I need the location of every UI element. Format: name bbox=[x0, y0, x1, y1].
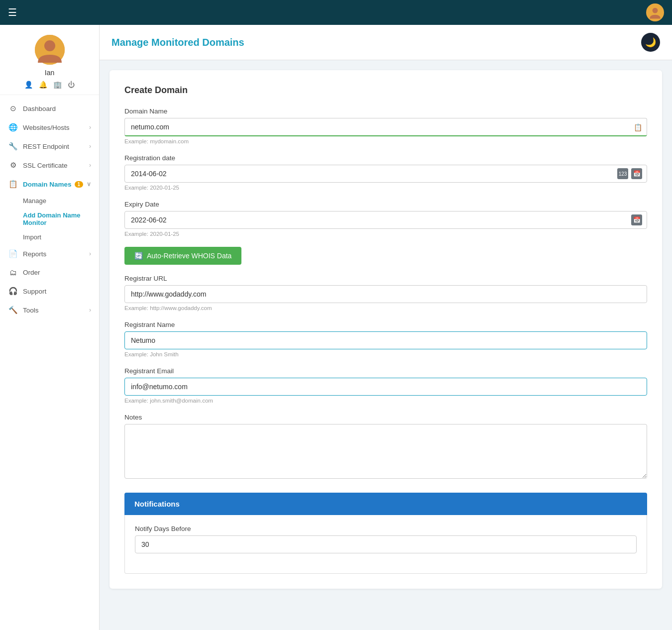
sidebar-item-label: Websites/Hosts bbox=[23, 124, 70, 131]
main-nav: ⊙ Dashboard 🌐 Websites/Hosts › 🔧 REST En… bbox=[0, 95, 99, 323]
sidebar-item-label: Tools bbox=[23, 307, 39, 314]
domain-sub-nav: Manage Add Domain Name Monitor Import bbox=[0, 194, 99, 244]
create-domain-form: Create Domain Domain Name 📋 Example: myd… bbox=[110, 70, 662, 589]
form-title: Create Domain bbox=[124, 85, 647, 96]
sidebar-item-label: SSL Certificate bbox=[23, 162, 68, 169]
expiry-date-hint: Example: 2020-01-25 bbox=[124, 231, 647, 237]
sidebar-item-support[interactable]: 🎧 Support bbox=[0, 282, 99, 301]
expiry-date-input[interactable] bbox=[124, 211, 647, 229]
sidebar-item-label: Order bbox=[23, 269, 40, 276]
sidebar-item-label: Reports bbox=[23, 250, 46, 258]
sidebar-item-label: Dashboard bbox=[23, 105, 56, 112]
svg-point-1 bbox=[653, 8, 658, 13]
notes-label: Notes bbox=[124, 414, 647, 421]
profile-user-icon[interactable]: 👤 bbox=[24, 81, 33, 89]
profile-name: Ian bbox=[45, 69, 54, 77]
registrar-url-label: Registrar URL bbox=[124, 275, 647, 282]
content-area: Manage Monitored Domains 🌙 Create Domain… bbox=[100, 25, 672, 630]
dashboard-icon: ⊙ bbox=[8, 104, 18, 113]
expiry-calendar-icon[interactable]: 📅 bbox=[631, 214, 642, 225]
domain-name-input-wrapper: 📋 bbox=[124, 118, 647, 136]
dark-mode-button[interactable]: 🌙 bbox=[641, 33, 660, 52]
auto-retrieve-group: 🔄 Auto-Retrieve WHOIS Data bbox=[124, 247, 647, 265]
sub-nav-manage[interactable]: Manage bbox=[23, 194, 99, 208]
support-icon: 🎧 bbox=[8, 287, 18, 296]
registration-date-group: Registration date 123 📅 Example: 2020-01… bbox=[124, 154, 647, 191]
domain-name-group: Domain Name 📋 Example: mydomain.com bbox=[124, 107, 647, 144]
expiry-date-group: Expiry Date 📅 Example: 2020-01-25 bbox=[124, 201, 647, 237]
auto-retrieve-button[interactable]: 🔄 Auto-Retrieve WHOIS Data bbox=[124, 247, 241, 265]
chevron-icon: › bbox=[89, 162, 91, 169]
registrant-email-hint: Example: john.smith@domain.com bbox=[124, 398, 647, 404]
expiry-date-label: Expiry Date bbox=[124, 201, 647, 208]
expiry-date-input-wrapper: 📅 bbox=[124, 211, 647, 229]
registrar-url-input[interactable] bbox=[124, 285, 647, 303]
notifications-section: Notifications Notify Days Before bbox=[124, 493, 647, 574]
notify-days-label: Notify Days Before bbox=[135, 525, 637, 532]
chevron-icon: › bbox=[89, 143, 91, 150]
domain-name-label: Domain Name bbox=[124, 107, 647, 115]
chevron-icon: › bbox=[89, 250, 91, 257]
registration-text-icon[interactable]: 123 bbox=[617, 168, 628, 179]
registrant-name-label: Registrant Name bbox=[124, 321, 647, 328]
sidebar-item-reports[interactable]: 📄 Reports › bbox=[0, 244, 99, 263]
chevron-icon: › bbox=[89, 124, 91, 131]
registrant-email-label: Registrant Email bbox=[124, 367, 647, 375]
notes-group: Notes bbox=[124, 414, 647, 481]
sidebar-item-order[interactable]: 🗂 Order bbox=[0, 263, 99, 282]
svg-point-3 bbox=[44, 40, 55, 51]
registrar-url-group: Registrar URL Example: http://www.godadd… bbox=[124, 275, 647, 311]
registrant-email-input[interactable] bbox=[124, 378, 647, 396]
domain-copy-icon: 📋 bbox=[634, 123, 642, 131]
registrar-url-hint: Example: http://www.godaddy.com bbox=[124, 305, 647, 311]
hamburger-menu[interactable]: ☰ bbox=[8, 6, 17, 18]
sidebar-profile: Ian 👤 🔔 🏢 ⏻ bbox=[0, 25, 99, 95]
registrant-name-input[interactable] bbox=[124, 331, 647, 349]
profile-org-icon[interactable]: 🏢 bbox=[53, 81, 62, 89]
sidebar-item-label: REST Endpoint bbox=[23, 143, 69, 150]
profile-avatar bbox=[35, 35, 65, 65]
top-header: ☰ bbox=[0, 0, 672, 25]
registration-date-input-wrapper: 123 📅 bbox=[124, 165, 647, 183]
sidebar-item-tools[interactable]: 🔨 Tools › bbox=[0, 301, 99, 319]
chevron-icon: › bbox=[89, 307, 91, 314]
chevron-icon: ∨ bbox=[87, 181, 91, 188]
ssl-icon: ⚙ bbox=[8, 161, 18, 170]
header-user-avatar[interactable] bbox=[646, 3, 664, 21]
page-title: Manage Monitored Domains bbox=[112, 37, 244, 48]
order-icon: 🗂 bbox=[8, 268, 18, 277]
notify-days-input[interactable] bbox=[135, 535, 637, 553]
sidebar-item-dashboard[interactable]: ⊙ Dashboard bbox=[0, 99, 99, 118]
registrant-name-group: Registrant Name Example: John Smith bbox=[124, 321, 647, 357]
profile-actions: 👤 🔔 🏢 ⏻ bbox=[24, 81, 75, 89]
tools-icon: 🔨 bbox=[8, 306, 18, 315]
sidebar: Ian 👤 🔔 🏢 ⏻ ⊙ Dashboard 🌐 Websites/Hosts… bbox=[0, 25, 100, 630]
registration-calendar-icon[interactable]: 📅 bbox=[631, 168, 642, 179]
registrant-email-group: Registrant Email Example: john.smith@dom… bbox=[124, 367, 647, 404]
profile-bell-icon[interactable]: 🔔 bbox=[39, 81, 47, 89]
domain-badge: 1 bbox=[75, 181, 84, 188]
auto-retrieve-label: Auto-Retrieve WHOIS Data bbox=[147, 252, 231, 260]
sidebar-item-label: Support bbox=[23, 288, 46, 295]
reports-icon: 📄 bbox=[8, 249, 18, 258]
rest-icon: 🔧 bbox=[8, 142, 18, 151]
websites-icon: 🌐 bbox=[8, 123, 18, 132]
sidebar-item-rest-endpoint[interactable]: 🔧 REST Endpoint › bbox=[0, 137, 99, 156]
registration-date-hint: Example: 2020-01-25 bbox=[124, 185, 647, 191]
sidebar-item-ssl-certificate[interactable]: ⚙ SSL Certificate › bbox=[0, 156, 99, 175]
profile-power-icon[interactable]: ⏻ bbox=[68, 81, 75, 89]
registration-date-input[interactable] bbox=[124, 165, 647, 183]
notify-days-group: Notify Days Before bbox=[135, 525, 637, 553]
notes-textarea[interactable] bbox=[124, 424, 647, 479]
registration-date-label: Registration date bbox=[124, 154, 647, 162]
sub-nav-add-domain[interactable]: Add Domain Name Monitor bbox=[23, 208, 99, 230]
sub-nav-import[interactable]: Import bbox=[23, 230, 99, 244]
registrant-name-hint: Example: John Smith bbox=[124, 351, 647, 357]
sidebar-item-domain-names[interactable]: 📋 Domain Names 1 ∨ bbox=[0, 175, 99, 194]
sidebar-item-websites-hosts[interactable]: 🌐 Websites/Hosts › bbox=[0, 118, 99, 137]
content-header: Manage Monitored Domains 🌙 bbox=[100, 25, 672, 60]
domain-name-hint: Example: mydomain.com bbox=[124, 138, 647, 144]
domain-icon: 📋 bbox=[8, 180, 18, 189]
notifications-body: Notify Days Before bbox=[124, 515, 647, 574]
domain-name-input[interactable] bbox=[124, 118, 647, 136]
